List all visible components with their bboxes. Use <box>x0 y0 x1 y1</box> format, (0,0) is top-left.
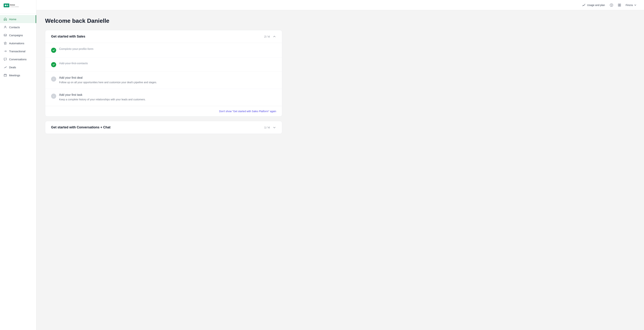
task-content-deal: Add your first deal Follow up on all you… <box>59 76 276 84</box>
conversations-icon <box>4 58 7 61</box>
automations-icon <box>4 42 7 45</box>
conversations-card-chevron-icon <box>272 126 276 129</box>
task-content-task: Add your first task Keep a complete hist… <box>59 93 276 101</box>
sidebar-item-label-home: Home <box>9 18 16 21</box>
transactional-icon <box>4 50 7 53</box>
contacts-icon <box>4 26 7 29</box>
svg-text:3: 3 <box>53 78 54 80</box>
svg-text:4: 4 <box>53 95 54 97</box>
check-icon-contacts <box>52 63 55 66</box>
campaigns-icon <box>4 34 7 37</box>
task-title-contacts: Add your first contacts <box>59 62 276 65</box>
usage-plan-label: Usage and plan <box>587 4 605 7</box>
sales-card-title: Get started with Sales <box>51 35 85 38</box>
number-icon-task: 4 <box>52 95 55 97</box>
svg-rect-8 <box>4 74 6 76</box>
sidebar-item-label-contacts: Contacts <box>9 26 20 29</box>
svg-rect-13 <box>618 5 619 6</box>
svg-point-9 <box>610 4 613 7</box>
sales-card: Get started with Sales 2 / 4 Complete yo… <box>45 30 282 117</box>
sidebar-item-label-deals: Deals <box>9 66 16 69</box>
usage-plan-button[interactable]: Usage and plan <box>580 2 607 8</box>
conversations-card-header-right: 1 / 4 <box>264 126 276 129</box>
sales-card-progress: 2 / 4 <box>264 35 270 38</box>
svg-point-5 <box>5 26 6 27</box>
task-item-task[interactable]: 4 Add your first task Keep a complete hi… <box>45 89 282 106</box>
sidebar-item-home[interactable]: Home <box>0 15 36 23</box>
task-item-contacts[interactable]: Add your first contacts <box>45 57 282 72</box>
task-content-contacts: Add your first contacts <box>59 62 276 65</box>
conversations-card-title: Get started with Conversations + Chat <box>51 125 110 129</box>
chart-icon <box>582 3 586 7</box>
sidebar-item-campaigns[interactable]: Campaigns <box>0 31 36 39</box>
brevo-logo: brevo Formerly sendinblue <box>4 3 20 10</box>
grid-icon <box>618 3 621 7</box>
svg-text:Formerly sendinblue: Formerly sendinblue <box>10 6 19 7</box>
task-title-profile: Complete your profile form <box>59 47 276 51</box>
dont-show-sales-link[interactable]: Don't show "Get started with Sales Platf… <box>219 110 276 113</box>
user-menu-button[interactable]: Fincra <box>624 3 638 7</box>
task-check-task: 4 <box>51 94 56 99</box>
task-check-deal: 3 <box>51 76 56 82</box>
conversations-card-progress: 1 / 4 <box>264 126 270 129</box>
sidebar-item-label-automations: Automations <box>9 42 24 45</box>
home-icon <box>4 18 7 21</box>
user-name-label: Fincra <box>626 4 633 7</box>
sales-card-chevron-icon <box>272 35 276 38</box>
svg-text:brevo: brevo <box>10 4 15 6</box>
check-icon-profile <box>52 49 55 52</box>
page-content: Welcome back Danielle Get started with S… <box>36 10 291 145</box>
svg-point-1 <box>5 5 6 6</box>
meetings-icon <box>4 74 7 77</box>
main-content: Usage and plan Fincra <box>36 0 644 330</box>
sidebar-item-transactional[interactable]: Transactional <box>0 47 36 55</box>
sidebar-item-meetings[interactable]: Meetings <box>0 71 36 79</box>
task-item-profile[interactable]: Complete your profile form <box>45 43 282 57</box>
svg-point-10 <box>611 6 612 6</box>
task-description-deal: Follow up on all your opportunities here… <box>59 80 276 84</box>
svg-point-2 <box>7 5 8 6</box>
task-check-contacts <box>51 62 56 67</box>
task-item-deal[interactable]: 3 Add your first deal Follow up on all y… <box>45 72 282 89</box>
sales-card-header[interactable]: Get started with Sales 2 / 4 <box>45 30 282 43</box>
user-menu-chevron-icon <box>634 4 637 7</box>
sidebar-item-deals[interactable]: Deals <box>0 63 36 71</box>
sales-card-header-right: 2 / 4 <box>264 35 276 38</box>
conversations-card-header[interactable]: Get started with Conversations + Chat 1 … <box>45 121 282 134</box>
conversations-card: Get started with Conversations + Chat 1 … <box>45 121 282 134</box>
task-check-profile <box>51 48 56 53</box>
sales-card-footer: Don't show "Get started with Sales Platf… <box>45 106 282 116</box>
task-description-task: Keep a complete history of your relation… <box>59 98 276 101</box>
sidebar-nav: Home Contacts Campaigns <box>0 14 36 330</box>
svg-rect-11 <box>618 4 619 5</box>
sidebar-item-label-meetings: Meetings <box>9 74 20 77</box>
svg-point-7 <box>6 66 6 67</box>
sidebar: brevo Formerly sendinblue Home Contacts <box>0 0 36 330</box>
help-icon <box>610 3 613 7</box>
header-actions: Usage and plan Fincra <box>580 2 638 8</box>
top-header: Usage and plan Fincra <box>36 0 644 10</box>
sidebar-item-automations[interactable]: Automations <box>0 39 36 47</box>
page-title: Welcome back Danielle <box>45 18 282 24</box>
svg-rect-12 <box>620 4 621 5</box>
sidebar-item-conversations[interactable]: Conversations <box>0 55 36 63</box>
task-content-profile: Complete your profile form <box>59 47 276 51</box>
sidebar-item-contacts[interactable]: Contacts <box>0 23 36 31</box>
help-button[interactable] <box>608 2 615 8</box>
task-title-task: Add your first task <box>59 93 276 97</box>
svg-rect-0 <box>4 4 10 7</box>
svg-rect-14 <box>620 5 621 6</box>
deals-icon <box>4 66 7 69</box>
sidebar-item-label-campaigns: Campaigns <box>9 34 23 37</box>
number-icon-deal: 3 <box>52 78 55 80</box>
task-title-deal: Add your first deal <box>59 76 276 79</box>
sidebar-item-label-conversations: Conversations <box>9 58 26 61</box>
sidebar-logo: brevo Formerly sendinblue <box>0 0 36 14</box>
sidebar-item-label-transactional: Transactional <box>9 50 26 53</box>
grid-button[interactable] <box>616 2 623 8</box>
